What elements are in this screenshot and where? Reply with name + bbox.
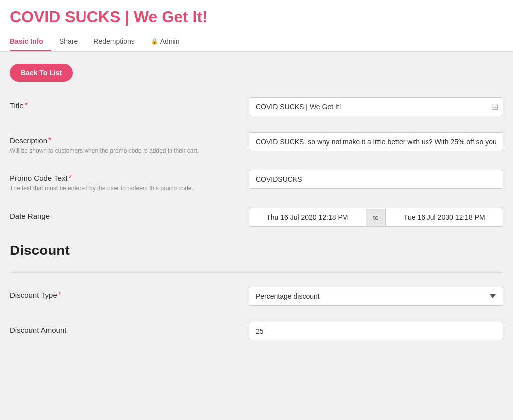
- discount-divider: [10, 272, 503, 273]
- title-row: Title* ⊞: [10, 97, 503, 116]
- discount-type-row: Discount Type* Percentage discount Fixed…: [10, 287, 503, 306]
- title-input-col: ⊞: [249, 97, 503, 116]
- date-range-label-col: Date Range: [10, 208, 239, 221]
- description-input[interactable]: [249, 132, 503, 151]
- page-title: COVID SUCKS | We Get It!: [10, 8, 503, 26]
- back-to-list-button[interactable]: Back To List: [10, 64, 73, 82]
- discount-type-label-col: Discount Type*: [10, 287, 239, 300]
- tab-admin[interactable]: 🔒 Admin: [143, 32, 188, 51]
- tab-share[interactable]: Share: [51, 32, 86, 51]
- date-from-input[interactable]: [249, 208, 366, 226]
- description-input-col: [249, 132, 503, 151]
- promo-code-input-col: [249, 170, 503, 189]
- discount-amount-input-col: [249, 322, 503, 340]
- tab-redemptions-label: Redemptions: [93, 37, 135, 45]
- title-input-wrapper: ⊞: [249, 97, 503, 116]
- tab-basic-info[interactable]: Basic Info: [10, 32, 51, 51]
- title-required-star: *: [25, 101, 28, 110]
- date-range-label: Date Range: [10, 212, 50, 220]
- title-label-col: Title*: [10, 97, 239, 110]
- promo-code-label-col: Promo Code Text* The text that must be e…: [10, 170, 239, 192]
- description-label-col: Description* Will be shown to customers …: [10, 132, 239, 154]
- discount-type-input-col: Percentage discount Fixed amount discoun…: [249, 287, 503, 306]
- tab-redemptions[interactable]: Redemptions: [86, 32, 143, 51]
- description-required-star: *: [48, 136, 51, 145]
- promo-code-hint: The text that must be entered by the use…: [10, 185, 239, 192]
- tab-admin-label: Admin: [160, 37, 180, 45]
- promo-code-row: Promo Code Text* The text that must be e…: [10, 170, 503, 192]
- discount-type-label: Discount Type: [10, 291, 57, 299]
- date-to-input[interactable]: [386, 208, 503, 226]
- date-range-wrapper: to: [249, 208, 503, 227]
- promo-code-label: Promo Code Text: [10, 174, 68, 182]
- main-content: Back To List Title* ⊞ Description* Will …: [0, 52, 513, 368]
- discount-section-title: Discount: [10, 243, 503, 258]
- date-separator: to: [366, 209, 386, 226]
- form-icon: ⊞: [492, 102, 498, 112]
- discount-type-select[interactable]: Percentage discount Fixed amount discoun…: [249, 287, 503, 306]
- title-label: Title: [10, 101, 24, 110]
- tab-share-label: Share: [59, 37, 78, 45]
- date-range-row: Date Range to: [10, 208, 503, 227]
- discount-amount-input[interactable]: [249, 322, 503, 340]
- promo-required-star: *: [69, 174, 72, 182]
- discount-amount-row: Discount Amount: [10, 322, 503, 340]
- promo-code-input[interactable]: [249, 170, 503, 189]
- discount-type-required-star: *: [58, 291, 61, 299]
- page-header: COVID SUCKS | We Get It! Basic Info Shar…: [0, 0, 513, 52]
- description-row: Description* Will be shown to customers …: [10, 132, 503, 154]
- lock-icon: 🔒: [151, 38, 158, 45]
- date-range-input-col: to: [249, 208, 503, 227]
- tab-basic-info-label: Basic Info: [10, 37, 43, 45]
- description-hint: Will be shown to customers when the prom…: [10, 147, 239, 154]
- title-input[interactable]: [249, 97, 503, 116]
- discount-amount-label: Discount Amount: [10, 326, 66, 334]
- description-label: Description: [10, 136, 47, 145]
- discount-amount-label-col: Discount Amount: [10, 322, 239, 335]
- tab-nav: Basic Info Share Redemptions 🔒 Admin: [10, 32, 503, 51]
